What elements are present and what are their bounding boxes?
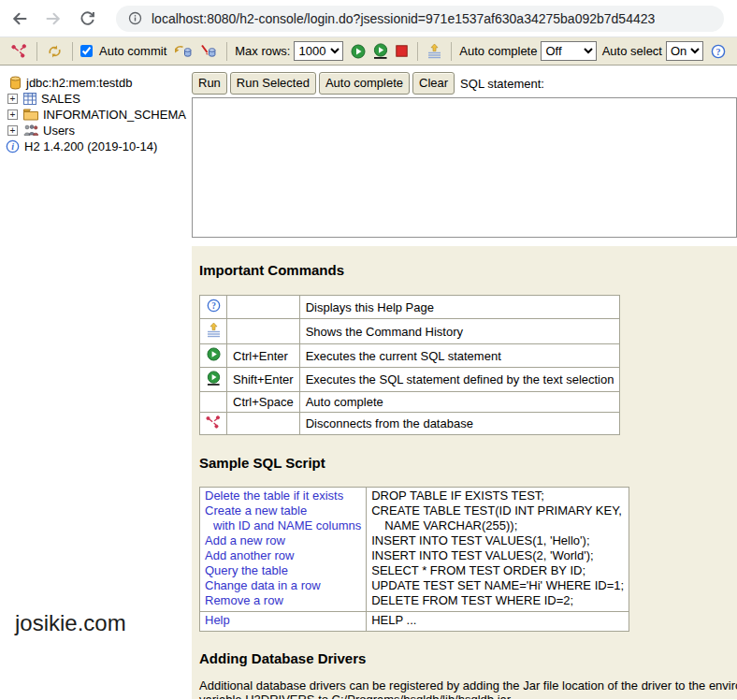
- run-selected-button[interactable]: Run Selected: [230, 72, 316, 95]
- tree-item-label[interactable]: jdbc:h2:mem:testdb: [26, 76, 132, 90]
- content: jdbc:h2:mem:testdb SALES INFORMATION_SCH…: [0, 66, 737, 699]
- tree-item-label[interactable]: SALES: [41, 92, 80, 106]
- query-panel: Run Run Selected Auto complete Clear SQL…: [192, 66, 737, 699]
- address-bar[interactable]: localhost:8080/h2-console/login.do?jsess…: [116, 6, 724, 32]
- command-description: Disconnects from the database: [299, 413, 620, 435]
- sample-sql-text: DROP TABLE IF EXISTS TEST;: [371, 489, 624, 503]
- command-description: Executes the current SQL statement: [299, 344, 620, 368]
- sample-link-delete-table[interactable]: Delete the table if it exists: [205, 489, 361, 503]
- auto-complete-label: Auto complete: [459, 44, 537, 58]
- sample-link-create-table-cont[interactable]: with ID and NAME columns: [205, 518, 361, 533]
- svg-text:?: ?: [716, 46, 721, 56]
- run-selected-icon: [207, 374, 221, 388]
- site-info-icon[interactable]: [128, 11, 142, 25]
- table-row: Ctrl+Space Auto complete: [200, 392, 620, 413]
- command-key: [227, 319, 300, 344]
- sample-sql-heading: Sample SQL Script: [199, 455, 730, 471]
- command-description: Shows the Command History: [299, 319, 620, 344]
- sample-link-add-row[interactable]: Add a new row: [205, 533, 361, 548]
- run-icon: [207, 350, 221, 364]
- tree-item-database[interactable]: jdbc:h2:mem:testdb: [0, 75, 192, 91]
- sample-sql-text: INSERT INTO TEST VALUES(2, 'World');: [371, 548, 624, 563]
- commit-icon[interactable]: [170, 44, 196, 59]
- tree-item-users[interactable]: Users: [0, 123, 192, 139]
- important-commands-heading: Important Commands: [199, 262, 730, 278]
- history-icon[interactable]: [424, 43, 445, 59]
- tree-item-label[interactable]: Users: [43, 124, 75, 138]
- reload-icon[interactable]: [77, 8, 97, 29]
- table-row: Disconnects from the database: [200, 413, 620, 435]
- important-commands-table: ? Displays this Help Page Shows the Comm…: [199, 295, 620, 435]
- svg-text:i: i: [11, 141, 14, 152]
- run-icon[interactable]: [347, 44, 369, 59]
- query-toolbar: Run Run Selected Auto complete Clear SQL…: [192, 72, 737, 97]
- browser-toolbar: localhost:8080/h2-console/login.do?jsess…: [0, 0, 737, 37]
- expand-icon[interactable]: [7, 109, 18, 120]
- info-icon: i: [6, 139, 20, 153]
- table-icon: [23, 93, 36, 105]
- sample-sql-text: UPDATE TEST SET NAME='Hi' WHERE ID=1;: [371, 578, 624, 593]
- svg-text:?: ?: [211, 301, 216, 311]
- run-selected-icon[interactable]: [369, 43, 392, 59]
- divider: [36, 42, 37, 61]
- sample-link-help[interactable]: Help: [205, 613, 361, 628]
- database-tree-panel: jdbc:h2:mem:testdb SALES INFORMATION_SCH…: [0, 66, 192, 699]
- sample-link-add-another-row[interactable]: Add another row: [205, 548, 361, 563]
- auto-commit-label: Auto commit: [99, 44, 166, 58]
- drivers-paragraph-line1: Additional database drivers can be regis…: [199, 678, 730, 693]
- tree-item-version: i H2 1.4.200 (2019-10-14): [0, 139, 192, 154]
- expand-icon[interactable]: [7, 94, 18, 104]
- table-row: Help HELP ...: [200, 612, 629, 632]
- forward-icon: [43, 8, 64, 29]
- h2-toolbar: Auto commit Max rows: 1000 Auto complete…: [0, 37, 737, 66]
- expand-icon[interactable]: [7, 125, 18, 136]
- command-key: Shift+Enter: [227, 368, 300, 392]
- history-icon: [207, 327, 221, 341]
- command-key: [227, 413, 300, 435]
- max-rows-label: Max rows:: [235, 44, 290, 58]
- run-button[interactable]: Run: [192, 72, 227, 95]
- h2-version-label: H2 1.4.200 (2019-10-14): [24, 139, 157, 153]
- help-icon: ?: [207, 301, 221, 315]
- max-rows-select[interactable]: 1000: [294, 41, 343, 61]
- command-key: [227, 296, 300, 319]
- url-text[interactable]: localhost:8080/h2-console/login.do?jsess…: [152, 11, 655, 26]
- command-description: Executes the SQL statement defined by th…: [299, 368, 620, 392]
- sample-link-remove-row[interactable]: Remove a row: [205, 593, 361, 608]
- sample-sql-text: DELETE FROM TEST WHERE ID=2;: [371, 593, 624, 608]
- sample-link-change-data[interactable]: Change data in a row: [205, 578, 361, 593]
- sample-link-create-table[interactable]: Create a new table: [205, 503, 361, 518]
- table-row: ? Displays this Help Page: [200, 296, 620, 319]
- tree-item-label[interactable]: INFORMATION_SCHEMA: [43, 108, 186, 122]
- refresh-icon[interactable]: [43, 44, 66, 59]
- sample-link-query-table[interactable]: Query the table: [205, 563, 361, 578]
- cancel-icon[interactable]: [392, 45, 412, 57]
- table-row: Ctrl+Enter Executes the current SQL stat…: [200, 344, 620, 368]
- users-icon: [23, 124, 38, 137]
- divider: [72, 42, 73, 61]
- auto-complete-button[interactable]: Auto complete: [319, 72, 410, 95]
- clear-button[interactable]: Clear: [412, 72, 455, 95]
- sample-sql-table: Delete the table if it exists Create a n…: [199, 487, 629, 632]
- divider: [451, 42, 452, 61]
- disconnect-icon: [206, 417, 221, 431]
- tree-item-information-schema[interactable]: INFORMATION_SCHEMA: [0, 107, 192, 123]
- command-description: Auto complete: [299, 392, 620, 413]
- auto-complete-select[interactable]: Off: [541, 41, 596, 61]
- sql-input[interactable]: [192, 97, 737, 238]
- tree-item-sales[interactable]: SALES: [0, 91, 192, 107]
- auto-commit-checkbox[interactable]: [80, 45, 93, 57]
- table-row: Shift+Enter Executes the SQL statement d…: [200, 368, 620, 392]
- table-row: Delete the table if it exists Create a n…: [200, 488, 629, 612]
- rollback-icon[interactable]: [196, 44, 221, 59]
- sample-sql-text: HELP ...: [371, 613, 624, 628]
- command-description: Displays this Help Page: [299, 296, 620, 319]
- drivers-paragraph-line2: variable H2DRIVERS to C:/Programs/hsqldb…: [199, 693, 730, 699]
- back-icon[interactable]: [9, 8, 30, 29]
- disconnect-icon[interactable]: [7, 44, 31, 58]
- auto-select-select[interactable]: On: [666, 41, 703, 61]
- help-icon[interactable]: ?: [707, 44, 730, 59]
- help-panel: Important Commands ? Displays this Help …: [192, 246, 737, 699]
- sample-sql-text: CREATE TABLE TEST(ID INT PRIMARY KEY,: [371, 503, 624, 518]
- folder-icon: [23, 109, 38, 121]
